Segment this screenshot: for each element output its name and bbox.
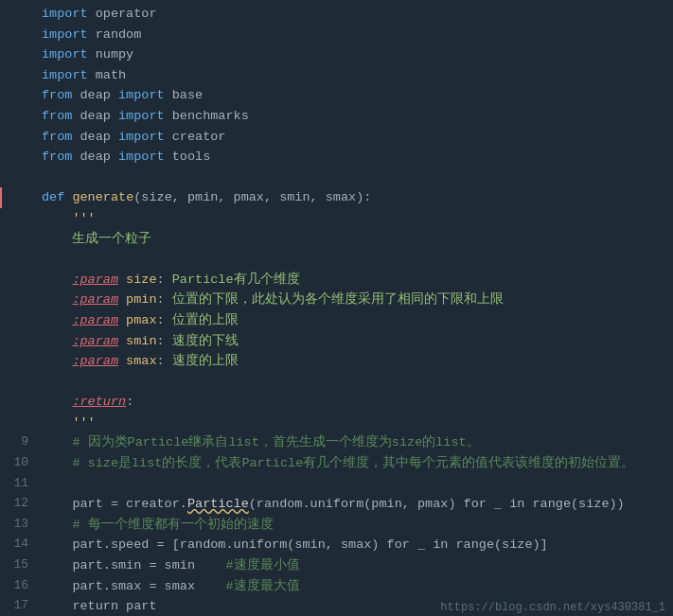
line-content: # 每一个维度都有一个初始的速度 xyxy=(42,515,665,536)
line-number: 15 xyxy=(8,555,28,576)
line-content: :param smin: 速度的下线 xyxy=(42,331,665,352)
line-content: import numpy xyxy=(42,44,665,65)
line-number xyxy=(8,413,28,433)
code-line: 9 # 因为类Particle继承自list，首先生成一个维度为size的lis… xyxy=(0,432,673,453)
code-line: import operator xyxy=(0,4,673,25)
line-number xyxy=(8,229,28,250)
line-number: 16 xyxy=(8,576,28,597)
code-line: def generate(size, pmin, pmax, smin, sma… xyxy=(0,187,673,208)
line-content: part.smin = smin #速度最小值 xyxy=(42,555,665,576)
line-content: from deap import base xyxy=(42,85,665,106)
line-number xyxy=(8,270,28,290)
line-content: import random xyxy=(42,25,665,45)
code-line: ''' xyxy=(0,413,673,433)
line-number xyxy=(8,208,28,229)
line-number xyxy=(8,106,28,127)
line-content: ''' xyxy=(42,208,665,229)
line-content: part.smax = smax #速度最大值 xyxy=(42,576,665,597)
line-content xyxy=(42,249,665,270)
line-content xyxy=(42,372,665,393)
code-line: 11 xyxy=(0,474,673,495)
line-content: ''' xyxy=(42,413,665,433)
code-line: 13 # 每一个维度都有一个初始的速度 xyxy=(0,515,673,536)
url-label: https://blog.csdn.net/xys430381_1 xyxy=(440,599,665,616)
line-number: 17 xyxy=(8,596,28,616)
line-number xyxy=(8,372,28,393)
code-line xyxy=(0,372,673,393)
code-line: from deap import base xyxy=(0,85,673,106)
line-number: 10 xyxy=(8,453,28,474)
line-number: 13 xyxy=(8,515,28,536)
code-line: 16 part.smax = smax #速度最大值 xyxy=(0,576,673,597)
code-lines: import operatorimport randomimport numpy… xyxy=(0,4,673,616)
code-line: 15 part.smin = smin #速度最小值 xyxy=(0,555,673,576)
line-number xyxy=(8,65,28,86)
code-line xyxy=(0,249,673,270)
code-line: from deap import tools xyxy=(0,147,673,167)
line-number xyxy=(8,147,28,167)
code-line: :param smin: 速度的下线 xyxy=(0,331,673,352)
line-number xyxy=(8,4,28,25)
code-line: :param size: Particle有几个维度 xyxy=(0,270,673,290)
code-line: from deap import creator xyxy=(0,127,673,148)
line-number xyxy=(8,351,28,372)
code-line: import math xyxy=(0,65,673,86)
line-number xyxy=(8,392,28,413)
code-line: 12 part = creator.Particle(random.unifor… xyxy=(0,494,673,515)
code-line: 10 # size是list的长度，代表Particle有几个维度，其中每个元素… xyxy=(0,453,673,474)
line-number xyxy=(8,127,28,148)
line-number: 9 xyxy=(8,432,28,453)
code-line: :return: xyxy=(0,392,673,413)
code-block: import operatorimport randomimport numpy… xyxy=(0,0,673,616)
line-content: 生成一个粒子 xyxy=(42,229,665,250)
code-line: from deap import benchmarks xyxy=(0,106,673,127)
line-content: from deap import creator xyxy=(42,127,665,148)
line-number xyxy=(8,249,28,270)
line-number xyxy=(8,331,28,352)
code-line: 14 part.speed = [random.uniform(smin, sm… xyxy=(0,535,673,555)
line-number xyxy=(8,290,28,310)
line-content: def generate(size, pmin, pmax, smin, sma… xyxy=(42,187,665,208)
line-number: 11 xyxy=(8,474,28,495)
code-line: :param pmin: 位置的下限，此处认为各个维度采用了相同的下限和上限 xyxy=(0,290,673,310)
line-number: 14 xyxy=(8,535,28,555)
line-number: 12 xyxy=(8,494,28,515)
code-line: ''' xyxy=(0,208,673,229)
code-line: import numpy xyxy=(0,44,673,65)
line-content: :param size: Particle有几个维度 xyxy=(42,270,665,290)
code-line xyxy=(0,167,673,188)
line-number xyxy=(8,310,28,331)
line-content: :param pmax: 位置的上限 xyxy=(42,310,665,331)
code-line: import random xyxy=(0,25,673,45)
line-content: # size是list的长度，代表Particle有几个维度，其中每个元素的值代… xyxy=(42,453,665,474)
line-content: import math xyxy=(42,65,665,86)
line-number xyxy=(8,25,28,45)
line-content xyxy=(42,167,665,188)
line-content: # 因为类Particle继承自list，首先生成一个维度为size的list。 xyxy=(42,432,665,453)
line-number xyxy=(8,85,28,106)
line-content: from deap import benchmarks xyxy=(42,106,665,127)
code-line: :param smax: 速度的上限 xyxy=(0,351,673,372)
code-line: :param pmax: 位置的上限 xyxy=(0,310,673,331)
code-line: 生成一个粒子 xyxy=(0,229,673,250)
line-content: from deap import tools xyxy=(42,147,665,167)
line-content: part.speed = [random.uniform(smin, smax)… xyxy=(42,535,665,555)
line-number xyxy=(8,167,28,188)
line-content: :return: xyxy=(42,392,665,413)
line-content: import operator xyxy=(42,4,665,25)
line-content xyxy=(42,474,665,495)
line-content: :param pmin: 位置的下限，此处认为各个维度采用了相同的下限和上限 xyxy=(42,290,665,310)
line-content: part = creator.Particle(random.uniform(p… xyxy=(42,494,665,515)
line-number xyxy=(8,44,28,65)
line-content: :param smax: 速度的上限 xyxy=(42,351,665,372)
line-number xyxy=(8,187,28,208)
